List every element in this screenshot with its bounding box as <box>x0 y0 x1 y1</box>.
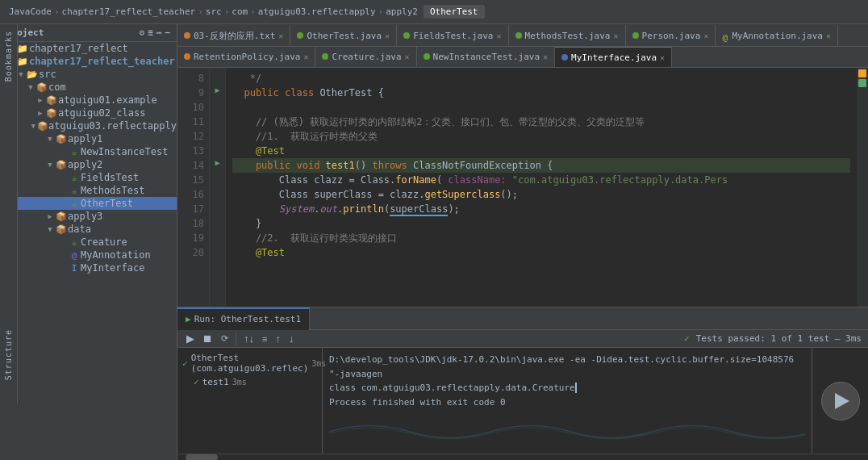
tree-label: atguigu01.example <box>58 94 157 106</box>
breadcrumb-com[interactable]: com <box>229 6 250 17</box>
sidebar-header: Project ⚙ ≡ ⋯ − <box>0 24 177 42</box>
sidebar-item-MyAnnotation[interactable]: @ MyAnnotation <box>0 249 177 261</box>
tab-MethodsTest[interactable]: MethodsTest.java ✕ <box>509 25 626 46</box>
horizontal-scrollbar[interactable] <box>177 454 868 460</box>
tab-MyInterface[interactable]: MyInterface.java ✕ <box>555 47 672 67</box>
test-item-test1[interactable]: ✓ test1 3ms <box>181 375 319 389</box>
settings-icon[interactable]: ⋯ <box>156 27 162 38</box>
package-icon: 📦 <box>55 160 68 170</box>
filter-button[interactable]: ≡ <box>260 333 269 345</box>
close-tab-icon[interactable]: ✕ <box>826 31 831 40</box>
breadcrumb-src[interactable]: src <box>203 6 224 17</box>
editor-area: 03-反射的应用.txt ✕ OtherTest.java ✕ FieldsTe… <box>177 24 868 460</box>
code-line-20: @Test <box>232 245 850 260</box>
close-sidebar-icon[interactable]: − <box>165 27 170 38</box>
expand-arrow: ▼ <box>45 225 55 233</box>
close-tab-icon[interactable]: ✕ <box>278 31 283 40</box>
close-tab-icon[interactable]: ✕ <box>496 31 501 40</box>
expand-arrow: ▶ <box>35 96 45 104</box>
java-icon: ☕ <box>68 237 81 248</box>
bookmarks-panel: Bookmarks <box>0 24 18 323</box>
scrollbar-thumb[interactable] <box>186 454 218 460</box>
console-line-4: Process finished with exit code 0 <box>329 395 805 410</box>
run-tab-label: Run: OtherTest.test1 <box>194 314 301 324</box>
expand-arrow: ▶ <box>45 212 55 220</box>
tab-txt[interactable]: 03-反射的应用.txt ✕ <box>177 25 290 46</box>
down-button[interactable]: ↓ <box>286 332 297 345</box>
run-method-gutter[interactable]: ▶ <box>210 158 225 173</box>
rerun-button[interactable]: ▶ <box>184 332 197 345</box>
test-tree: ✓ OtherTest (com.atguigu03.reflec) 3ms ✓… <box>177 348 323 454</box>
code-line-11: // (熟悉) 获取运行时类的内部结构2：父类、接口们、包、带泛型的父类、父类的… <box>232 115 850 129</box>
close-tab-icon[interactable]: ✕ <box>613 31 618 40</box>
play-triangle-icon <box>835 393 849 409</box>
close-tab-icon[interactable]: ✕ <box>543 52 548 61</box>
sidebar-item-MyInterface[interactable]: I MyInterface <box>0 261 177 274</box>
breadcrumb-apply2[interactable]: apply2 <box>383 6 420 17</box>
sync-icon[interactable]: ⚙ <box>140 27 145 38</box>
sidebar-item-FieldsTest[interactable]: ☕ FieldsTest <box>0 171 177 184</box>
sidebar-item-apply1[interactable]: ▼ 📦 apply1 <box>0 132 177 145</box>
sidebar-item-data[interactable]: ▼ 📦 data <box>0 223 177 236</box>
bottom-toolbar: ▶ ⏹ ⟳ ↑↓ ≡ ↑ ↓ ✓ Tests passed: 1 of 1 te… <box>177 330 868 348</box>
close-tab-icon[interactable]: ✕ <box>385 31 390 40</box>
breadcrumb-javacode[interactable]: JavaCode <box>6 6 54 17</box>
code-line-19: //2. 获取运行时类实现的接口 <box>232 231 850 245</box>
expand-arrow: ▼ <box>26 83 35 91</box>
code-editor[interactable]: 8 9 10 11 12 13 14 15 16 17 18 19 20 ▶ <box>177 68 868 307</box>
sidebar-item-atguigu02[interactable]: ▶ 📦 atguigu02_class <box>0 107 177 119</box>
breadcrumb-atguigu[interactable]: atguigu03.reflectapply <box>256 6 378 17</box>
run-tab[interactable]: ▶ Run: OtherTest.test1 <box>177 307 310 330</box>
tab-FieldsTest[interactable]: FieldsTest.java ✕ <box>397 25 508 46</box>
sidebar-item-atguigu01[interactable]: ▶ 📦 atguigu01.example <box>0 94 177 107</box>
tree-label: atguigu02_class <box>58 107 145 119</box>
tab-dot <box>424 53 430 60</box>
stop-button[interactable]: ⏹ <box>200 332 215 345</box>
line-numbers: 8 9 10 11 12 13 14 15 16 17 18 19 20 <box>177 68 210 307</box>
tab-bar-row2: RetentionPolicy.java ✕ Creature.java ✕ N… <box>177 47 868 68</box>
tab-NewInstanceTest[interactable]: NewInstanceTest.java ✕ <box>417 47 555 67</box>
code-content[interactable]: */ public class OtherTest { // (熟悉) 获取运行… <box>226 68 857 307</box>
run-class-gutter[interactable]: ▶ <box>210 86 225 100</box>
tab-Creature[interactable]: Creature.java ✕ <box>315 47 416 67</box>
tree-label: MethodsTest <box>81 185 144 196</box>
close-tab-icon[interactable]: ✕ <box>405 52 410 61</box>
run-play-area <box>812 348 868 454</box>
package-icon: 📦 <box>45 108 58 119</box>
up-button[interactable]: ↑ <box>273 332 283 345</box>
sidebar-item-chapter17-reflect-teacher[interactable]: ▼ 📁 chapter17_reflect_teacher <box>0 55 177 68</box>
main-layout: Project ⚙ ≡ ⋯ − ▶ 📁 chapter17_reflect ▼ … <box>0 24 868 460</box>
tab-Person[interactable]: Person.java ✕ <box>626 25 716 46</box>
close-tab-icon[interactable]: ✕ <box>703 31 708 40</box>
sidebar-item-apply3[interactable]: ▶ 📦 apply3 <box>0 210 177 223</box>
interface-icon: I <box>68 263 81 274</box>
sidebar: Project ⚙ ≡ ⋯ − ▶ 📁 chapter17_reflect ▼ … <box>0 24 177 460</box>
sidebar-item-Creature[interactable]: ☕ Creature <box>0 236 177 249</box>
sidebar-item-OtherTest[interactable]: ☕ OtherTest <box>0 197 177 210</box>
tree-label: FieldsTest <box>81 172 139 183</box>
sidebar-item-src[interactable]: ▼ 📂 src <box>0 68 177 81</box>
play-button[interactable] <box>821 382 860 420</box>
collapse-icon[interactable]: ≡ <box>148 27 153 38</box>
tab-OtherTest[interactable]: OtherTest.java ✕ <box>290 25 397 46</box>
sidebar-item-MethodsTest[interactable]: ☕ MethodsTest <box>0 184 177 197</box>
sidebar-item-NewInstanceTest[interactable]: ☕ NewInstanceTest <box>0 145 177 158</box>
sidebar-item-apply2[interactable]: ▼ 📦 apply2 <box>0 158 177 171</box>
tree-label: chapter17_reflect <box>29 43 128 54</box>
test-duration: 3ms <box>232 378 247 387</box>
breadcrumb-chapter[interactable]: chapter17_reflect_teacher <box>60 6 198 17</box>
tab-active-badge[interactable]: OtherTest <box>424 5 485 19</box>
sort-button[interactable]: ↑↓ <box>241 332 257 345</box>
console-line-2: class com.atguigu03.reflectapply.data.Cr… <box>329 381 805 395</box>
tab-MyAnnotation[interactable]: @ MyAnnotation.java ✕ <box>716 25 838 46</box>
test-item-OtherTest[interactable]: ✓ OtherTest (com.atguigu03.reflec) 3ms <box>181 351 319 375</box>
sidebar-item-atguigu03[interactable]: ▼ 📦 atguigu03.reflectapply <box>0 119 177 132</box>
rerun-failed-button[interactable]: ⟳ <box>219 332 231 345</box>
tab-RetentionPolicy[interactable]: RetentionPolicy.java ✕ <box>177 47 315 67</box>
sidebar-item-com[interactable]: ▼ 📦 com <box>0 81 177 94</box>
close-tab-icon[interactable]: ✕ <box>660 53 665 62</box>
sidebar-item-chapter17-reflect[interactable]: ▶ 📁 chapter17_reflect <box>0 42 177 55</box>
expand-arrow: ▼ <box>45 161 55 169</box>
close-tab-icon[interactable]: ✕ <box>303 52 308 61</box>
tree-label: data <box>68 224 91 235</box>
